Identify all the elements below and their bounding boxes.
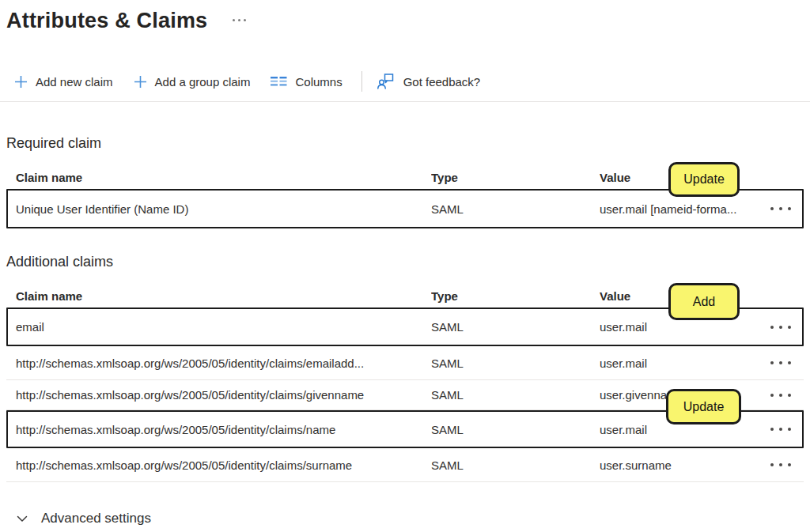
advanced-settings-label: Advanced settings — [41, 511, 151, 526]
row-more-menu-button[interactable] — [756, 191, 791, 227]
claim-value-cell: user.mail — [600, 423, 756, 436]
claim-type-cell: SAML — [431, 458, 600, 472]
claim-type-cell: SAML — [431, 388, 600, 402]
claim-type-cell: SAML — [431, 423, 600, 436]
claim-row[interactable]: http://schemas.xmlsoap.org/ws/2005/05/id… — [6, 448, 804, 482]
columns-button[interactable]: Columns — [271, 75, 342, 89]
columns-icon — [271, 76, 287, 87]
feedback-person-icon — [377, 72, 396, 91]
column-header-type: Type — [431, 289, 600, 303]
add-group-claim-label: Add a group claim — [155, 75, 251, 89]
got-feedback-label: Got feedback? — [403, 75, 481, 89]
add-new-claim-button[interactable]: Add new claim — [14, 75, 113, 89]
required-claim-heading: Required claim — [6, 134, 810, 153]
claim-type-cell: SAML — [431, 357, 600, 370]
claim-type-cell: SAML — [431, 320, 600, 334]
claim-name-cell: http://schemas.xmlsoap.org/ws/2005/05/id… — [16, 357, 431, 370]
page-title: Attributes & Claims — [6, 8, 207, 33]
annotation-update-name-claim: Update — [666, 389, 741, 424]
plus-icon — [134, 75, 147, 89]
claim-name-cell: email — [16, 320, 431, 334]
got-feedback-button[interactable]: Got feedback? — [377, 72, 481, 91]
toolbar-divider — [361, 71, 362, 92]
advanced-settings-toggle[interactable]: Advanced settings — [16, 511, 151, 526]
claim-name-cell: http://schemas.xmlsoap.org/ws/2005/05/id… — [16, 423, 431, 436]
claim-name-cell: http://schemas.xmlsoap.org/ws/2005/05/id… — [16, 458, 431, 472]
claim-row[interactable]: http://schemas.xmlsoap.org/ws/2005/05/id… — [6, 346, 804, 380]
row-more-menu-button[interactable] — [756, 309, 791, 345]
chevron-down-icon — [16, 512, 28, 525]
plus-icon — [14, 75, 28, 89]
row-more-menu-button[interactable] — [756, 380, 791, 409]
claim-name-cell: Unique User Identifier (Name ID) — [16, 202, 431, 216]
column-header-claim-name: Claim name — [16, 171, 431, 184]
row-more-menu-button[interactable] — [756, 346, 791, 379]
page-header: Attributes & Claims — [6, 8, 810, 33]
claim-value-cell: user.mail — [600, 320, 756, 334]
add-group-claim-button[interactable]: Add a group claim — [134, 75, 251, 89]
claim-value-cell: user.surname — [600, 458, 756, 472]
column-header-type: Type — [431, 171, 600, 184]
claim-type-cell: SAML — [431, 202, 600, 216]
annotation-add-email-claim: Add — [668, 283, 740, 320]
command-toolbar: Add new claim Add a group claim Columns — [14, 70, 810, 93]
row-more-menu-button[interactable] — [756, 412, 791, 447]
annotation-update-required-value: Update — [668, 162, 740, 197]
row-more-menu-button[interactable] — [756, 448, 791, 481]
toolbar-separator — [0, 101, 810, 102]
columns-label: Columns — [295, 75, 342, 89]
claim-name-cell: http://schemas.xmlsoap.org/ws/2005/05/id… — [16, 388, 431, 402]
column-header-claim-name: Claim name — [16, 289, 431, 303]
add-new-claim-label: Add new claim — [36, 75, 113, 89]
additional-claims-heading: Additional claims — [6, 252, 810, 271]
title-more-menu-icon[interactable] — [233, 19, 246, 21]
attributes-claims-page: Attributes & Claims Add new claim Add a … — [0, 0, 810, 532]
claim-value-cell: user.mail — [600, 357, 756, 370]
claim-value-cell: user.mail [nameid-forma... — [600, 202, 756, 216]
